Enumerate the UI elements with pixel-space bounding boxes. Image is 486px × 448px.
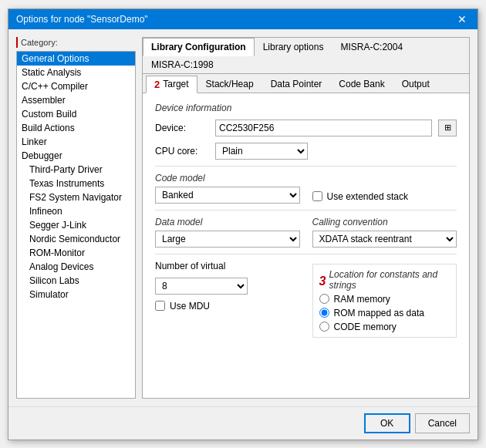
device-row: Device: ⊞	[155, 120, 457, 136]
sidebar-item-debugger[interactable]: Debugger	[17, 149, 135, 163]
use-mdu-row: Use MDU	[155, 301, 300, 312]
tab-library-options[interactable]: Library options	[255, 38, 332, 56]
virtual-location-row: Number of virtual 481632 Use MDU 3 L	[155, 261, 457, 338]
use-extended-stack-label: Use extended stack	[327, 191, 408, 202]
content-area: Library ConfigurationLibrary optionsMISR…	[142, 37, 470, 399]
use-mdu-label: Use MDU	[170, 301, 210, 312]
sidebar-item-static-analysis[interactable]: Static Analysis	[17, 66, 135, 79]
category-label: Category:	[16, 37, 136, 48]
panel-content: Device information Device: ⊞ CPU core: P…	[143, 93, 469, 398]
code-model-label: Code model	[155, 173, 300, 184]
calling-convention-select[interactable]: XDATA stack reentrantDATA stack reentran…	[312, 231, 457, 248]
title-bar: Options for node "SensorDemo" ✕	[8, 9, 478, 29]
subtab-label-stack-heap: Stack/Heap	[206, 79, 254, 89]
device-input[interactable]	[215, 120, 432, 136]
ram-memory-radio[interactable]	[319, 294, 329, 304]
rom-mapped-label: ROM mapped as data	[334, 308, 424, 318]
device-section-title: Device information	[155, 103, 457, 113]
data-calling-row: Data model LargeSmallMedium Calling conv…	[155, 217, 457, 248]
sidebar-item-third-party-driver[interactable]: Third-Party Driver	[17, 163, 135, 177]
ok-button[interactable]: OK	[364, 413, 410, 433]
num-virtual-label: Number of virtual	[155, 261, 225, 271]
cpu-core-label: CPU core:	[155, 146, 209, 157]
extended-stack-row: Use extended stack	[312, 191, 408, 202]
subtab-label-data-pointer: Data Pointer	[271, 79, 322, 89]
sub-tabs: 2TargetStack/HeapData PointerCode BankOu…	[143, 74, 469, 93]
location-box: 3 Location for constants and strings RAM…	[312, 264, 457, 338]
use-extended-stack-checkbox[interactable]	[312, 191, 322, 201]
options-dialog: Options for node "SensorDemo" ✕ Category…	[8, 8, 478, 440]
sidebar-item-rom-monitor[interactable]: ROM-Monitor	[17, 246, 135, 260]
code-memory-row: CODE memory	[319, 322, 451, 332]
location-radio-group: RAM memory ROM mapped as data CODE memor…	[319, 294, 451, 332]
sidebar: Category: General OptionsStatic Analysis…	[16, 37, 136, 399]
subtab-output[interactable]: Output	[393, 76, 438, 93]
subtab-target[interactable]: 2Target	[146, 76, 197, 93]
sidebar-item-texas-instruments[interactable]: Texas Instruments	[17, 177, 135, 190]
virtual-col: Number of virtual 481632 Use MDU	[155, 261, 300, 338]
rom-mapped-row: ROM mapped as data	[319, 308, 451, 318]
subtab-label-target: Target	[163, 79, 188, 89]
category-list[interactable]: General OptionsStatic AnalysisC/C++ Comp…	[16, 51, 136, 399]
subtab-label-output: Output	[402, 79, 430, 89]
subtab-data-pointer[interactable]: Data Pointer	[262, 76, 331, 93]
extended-stack-col: Use extended stack	[312, 173, 457, 204]
code-model-col: Code model BankedNearLarge	[155, 173, 300, 204]
red-indicator	[16, 37, 18, 48]
location-title: Location for constants and strings	[329, 269, 450, 291]
cancel-button[interactable]: Cancel	[415, 413, 470, 433]
location-annotation: 3	[319, 275, 326, 288]
data-model-col: Data model LargeSmallMedium	[155, 217, 300, 248]
tab-misra-c2004[interactable]: MISRA-C:2004	[332, 38, 411, 56]
tab-misra-c1998[interactable]: MISRA-C:1998	[143, 56, 222, 73]
close-button[interactable]: ✕	[454, 14, 470, 25]
code-memory-radio[interactable]	[319, 322, 329, 332]
calling-conv-col: Calling convention XDATA stack reentrant…	[312, 217, 457, 248]
code-data-row: Code model BankedNearLarge Use extended …	[155, 173, 457, 204]
code-model-select[interactable]: BankedNearLarge	[155, 187, 300, 204]
sidebar-item-analog-devices[interactable]: Analog Devices	[17, 260, 135, 274]
subtab-label-code-bank: Code Bank	[339, 79, 384, 89]
sidebar-item-c-compiler[interactable]: C/C++ Compiler	[17, 79, 135, 93]
sidebar-item-segger-j-link[interactable]: Segger J-Link	[17, 218, 135, 232]
num-virtual-row: Number of virtual 481632	[155, 261, 300, 295]
subtab-stack-heap[interactable]: Stack/Heap	[197, 76, 262, 93]
subtab-annotation-target: 2	[154, 79, 160, 90]
cpu-core-row: CPU core: Plain8051Extended	[155, 143, 457, 160]
sidebar-item-linker[interactable]: Linker	[17, 135, 135, 149]
num-virtual-select[interactable]: 481632	[155, 278, 248, 295]
dialog-body: Category: General OptionsStatic Analysis…	[8, 29, 478, 406]
data-model-select[interactable]: LargeSmallMedium	[155, 231, 300, 248]
sidebar-item-assembler[interactable]: Assembler	[17, 93, 135, 107]
dialog-title: Options for node "SensorDemo"	[16, 14, 148, 25]
sidebar-item-build-actions[interactable]: Build Actions	[17, 121, 135, 135]
device-label: Device:	[155, 123, 209, 133]
sidebar-item-general-options[interactable]: General Options	[17, 52, 135, 66]
use-mdu-checkbox[interactable]	[155, 301, 165, 311]
location-col: 3 Location for constants and strings RAM…	[312, 261, 457, 338]
tab-library-config[interactable]: Library Configuration	[143, 38, 255, 56]
main-tabs: Library ConfigurationLibrary optionsMISR…	[143, 38, 469, 74]
code-memory-label: CODE memory	[334, 322, 397, 332]
sidebar-item-custom-build[interactable]: Custom Build	[17, 107, 135, 121]
browse-icon: ⊞	[444, 123, 451, 133]
calling-convention-label: Calling convention	[312, 217, 457, 227]
rom-mapped-radio[interactable]	[319, 308, 329, 318]
cpu-core-select[interactable]: Plain8051Extended	[215, 143, 308, 160]
sidebar-item-fs2-system-navigator[interactable]: FS2 System Navigator	[17, 190, 135, 204]
sidebar-item-nordic-semiconductor[interactable]: Nordic Semiconductor	[17, 232, 135, 246]
ram-memory-label: RAM memory	[334, 294, 390, 305]
browse-button[interactable]: ⊞	[438, 120, 457, 136]
sidebar-item-infineon[interactable]: Infineon	[17, 204, 135, 218]
data-model-label: Data model	[155, 217, 300, 227]
subtab-code-bank[interactable]: Code Bank	[330, 76, 393, 93]
dialog-footer: OK Cancel	[8, 406, 478, 440]
sidebar-item-silicon-labs[interactable]: Silicon Labs	[17, 274, 135, 288]
sidebar-item-simulator[interactable]: Simulator	[17, 288, 135, 301]
ram-memory-row: RAM memory	[319, 294, 451, 305]
